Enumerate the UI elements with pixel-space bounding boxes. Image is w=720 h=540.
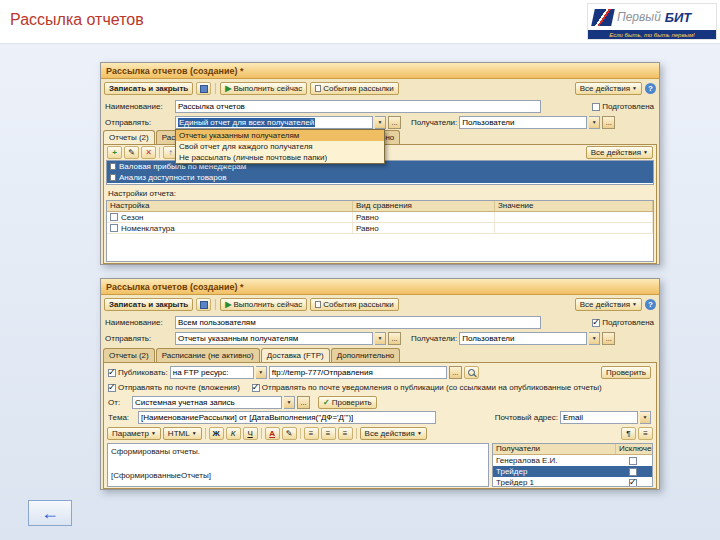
- all-actions-button[interactable]: Все действия▼: [575, 82, 642, 95]
- insert-parameter-button[interactable]: Параметр▼: [107, 427, 161, 440]
- send-ellipsis-button[interactable]: ...: [388, 116, 401, 129]
- align-left-icon[interactable]: ≡: [304, 427, 319, 440]
- from-account-arrow-icon[interactable]: ▼: [284, 396, 295, 409]
- help-icon[interactable]: ?: [645, 299, 656, 310]
- column-excluded[interactable]: Исключен: [616, 444, 652, 454]
- column-recipients[interactable]: Получатели: [493, 444, 616, 454]
- run-now-button[interactable]: ▶Выполнить сейчас: [220, 298, 307, 311]
- publish-mode-arrow-icon[interactable]: ▼: [256, 366, 267, 379]
- edit-icon[interactable]: ✎: [124, 146, 139, 159]
- notify-checkbox[interactable]: [252, 384, 260, 392]
- excluded-checkbox[interactable]: [629, 468, 637, 476]
- send-combobox[interactable]: Единый отчет для всех получателей: [175, 116, 373, 129]
- setting-checkbox[interactable]: [110, 213, 118, 221]
- delete-icon[interactable]: ✕: [141, 146, 156, 159]
- list-all-actions-button[interactable]: Все действия▼: [586, 146, 653, 159]
- email-kind-combobox[interactable]: Email: [560, 411, 638, 424]
- excluded-checkbox[interactable]: [629, 479, 637, 487]
- save-close-button[interactable]: Записать и закрыть: [104, 82, 193, 95]
- prepared-checkbox[interactable]: [592, 319, 600, 327]
- name-input[interactable]: Рассылка отчетов: [175, 100, 541, 113]
- column-value[interactable]: Значение: [495, 201, 653, 211]
- settings-row[interactable]: Сезон Равно: [107, 212, 653, 223]
- plus-glyph: +: [112, 148, 117, 157]
- setting-name: Номенклатура: [121, 224, 175, 233]
- recipients-ellipsis-button[interactable]: ...: [602, 332, 615, 345]
- account-check-button[interactable]: ✓Проверить: [318, 396, 377, 409]
- ftp-ellipsis-button[interactable]: ...: [449, 366, 462, 379]
- font-color-icon[interactable]: A: [265, 427, 280, 440]
- window-report-mailing-create-1: Рассылка отчетов (создание) * Записать и…: [100, 62, 660, 265]
- back-button[interactable]: ←: [28, 500, 72, 526]
- message-body-editor[interactable]: Сформированы отчеты. [СформированныеОтче…: [107, 443, 489, 487]
- paragraph-icon[interactable]: ¶: [621, 427, 636, 440]
- send-by-mail-checkbox[interactable]: [108, 384, 116, 392]
- align-center-icon[interactable]: ≡: [321, 427, 336, 440]
- italic-icon[interactable]: К: [226, 427, 241, 440]
- setting-checkbox[interactable]: [110, 224, 118, 232]
- cross-glyph: ✕: [145, 148, 152, 157]
- logo-tagline: Если быть, то быть первым!: [609, 32, 695, 38]
- recipients-input[interactable]: Пользователи: [459, 332, 587, 345]
- tab-reports[interactable]: Отчеты (2): [103, 130, 155, 144]
- name-input[interactable]: Всем пользователям: [175, 316, 541, 329]
- excluded-checkbox[interactable]: [629, 457, 637, 465]
- recipients-input[interactable]: Пользователи: [459, 116, 587, 129]
- dropdown-option[interactable]: Свой отчет для каждого получателя: [176, 141, 384, 152]
- save-icon[interactable]: [196, 298, 211, 311]
- underline-icon[interactable]: Ч: [243, 427, 258, 440]
- from-account-combobox[interactable]: Системная учетная запись: [132, 396, 282, 409]
- recipient-row[interactable]: Трейдер 1: [493, 477, 652, 487]
- dropdown-option[interactable]: Отчеты указанным получателям: [176, 130, 384, 141]
- highlight-icon[interactable]: ✎: [282, 427, 297, 440]
- recipient-row[interactable]: Трейдер: [493, 466, 652, 477]
- html-label: HTML: [168, 429, 190, 438]
- window1-title: Рассылка отчетов (создание) *: [106, 66, 243, 76]
- align-right-icon[interactable]: ≡: [338, 427, 353, 440]
- recipients-ellipsis-button[interactable]: ...: [602, 116, 615, 129]
- ftp-check-label: Проверить: [606, 368, 646, 377]
- recipients-label: Получатели:: [411, 118, 457, 127]
- save-close-button[interactable]: Записать и закрыть: [104, 298, 193, 311]
- html-mode-button[interactable]: HTML▼: [163, 427, 202, 440]
- dropdown-option[interactable]: Не рассылать (личные почтовые папки): [176, 152, 384, 163]
- window2-titlebar[interactable]: Рассылка отчетов (создание) *: [101, 279, 659, 295]
- email-kind-arrow-icon[interactable]: ▼: [640, 411, 651, 424]
- ftp-path-input[interactable]: ftp://temp-777/Отправления: [269, 366, 447, 379]
- send-combobox[interactable]: Отчеты указанным получателям: [175, 332, 373, 345]
- editor-all-actions-button[interactable]: Все действия▼: [360, 427, 427, 440]
- tab-additional[interactable]: Дополнительно: [331, 348, 401, 362]
- mailing-events-button[interactable]: События рассылки: [310, 298, 399, 311]
- from-account-ellipsis-button[interactable]: ...: [297, 396, 310, 409]
- send-label: Отправлять:: [105, 118, 173, 127]
- list-icon[interactable]: ≡: [638, 427, 653, 440]
- run-now-button[interactable]: ▶Выполнить сейчас: [220, 82, 307, 95]
- save-icon[interactable]: [196, 82, 211, 95]
- ftp-check-button[interactable]: Проверить: [601, 366, 651, 379]
- tab-delivery[interactable]: Доставка (FTP): [261, 348, 330, 362]
- column-comparison[interactable]: Вид сравнения: [353, 201, 495, 211]
- bold-icon[interactable]: Ж: [209, 427, 224, 440]
- help-icon[interactable]: ?: [645, 83, 656, 94]
- subject-input[interactable]: [НаименованиеРассылки] от [ДатаВыполнени…: [138, 411, 436, 424]
- publish-checkbox[interactable]: [108, 369, 116, 377]
- recipients-combo-arrow-icon[interactable]: ▼: [589, 332, 600, 345]
- recipients-combo-arrow-icon[interactable]: ▼: [589, 116, 600, 129]
- settings-row[interactable]: Номенклатура Равно: [107, 223, 653, 234]
- window1-titlebar[interactable]: Рассылка отчетов (создание) *: [101, 63, 659, 79]
- tab-schedule[interactable]: Расписание (не активно): [156, 348, 260, 362]
- send-combo-arrow-icon[interactable]: ▼: [375, 332, 386, 345]
- all-actions-button[interactable]: Все действия▼: [575, 298, 642, 311]
- prepared-checkbox[interactable]: [592, 103, 600, 111]
- recipient-row[interactable]: Генералова Е.И.: [493, 455, 652, 466]
- report-row[interactable]: Анализ доступности товаров: [107, 172, 653, 183]
- mailing-events-button[interactable]: События рассылки: [310, 82, 399, 95]
- tab-reports[interactable]: Отчеты (2): [103, 348, 155, 362]
- add-icon[interactable]: +: [107, 146, 122, 159]
- publish-mode-combobox[interactable]: на FTP ресурс:: [170, 366, 254, 379]
- search-icon[interactable]: [464, 366, 479, 379]
- send-ellipsis-button[interactable]: ...: [388, 332, 401, 345]
- logo-mark-icon: [591, 9, 615, 26]
- column-setting[interactable]: Настройка: [107, 201, 353, 211]
- send-combo-arrow-icon[interactable]: ▼: [375, 116, 386, 129]
